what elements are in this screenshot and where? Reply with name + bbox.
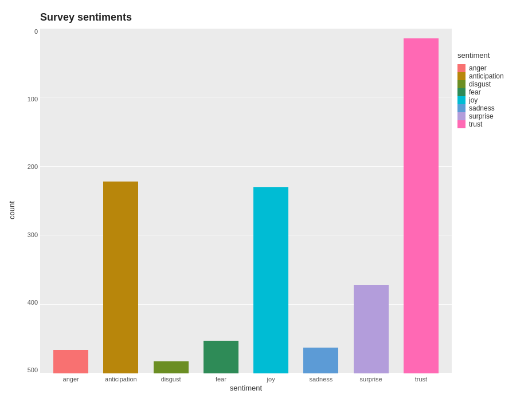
legend-color-disgust <box>457 80 466 88</box>
y-tick: 0 <box>19 28 40 35</box>
bar-sadness <box>303 348 338 373</box>
x-axis-title: sentiment <box>40 384 452 392</box>
legend-label-sadness: sadness <box>469 104 495 112</box>
bar-group <box>96 28 146 373</box>
legend-label-fear: fear <box>469 88 481 96</box>
x-label-trust: trust <box>396 373 446 383</box>
x-label-joy: joy <box>246 373 296 383</box>
bar-group <box>346 28 396 373</box>
bar-surprise <box>354 285 389 373</box>
legend-color-anger <box>457 64 466 72</box>
bar-anticipation <box>103 182 138 373</box>
legend-item-disgust: disgust <box>457 80 521 88</box>
legend-color-sadness <box>457 104 466 112</box>
legend-label-joy: joy <box>469 96 478 104</box>
bar-group <box>396 28 446 373</box>
legend-item-joy: joy <box>457 96 521 104</box>
x-label-anticipation: anticipation <box>96 373 146 383</box>
bar-group <box>146 28 196 373</box>
legend-title: sentiment <box>457 51 521 60</box>
legend-color-joy <box>457 96 466 104</box>
y-tick: 500 <box>19 367 40 373</box>
bar-group <box>246 28 296 373</box>
bar-disgust <box>154 361 189 373</box>
legend-item-fear: fear <box>457 88 521 96</box>
y-tick: 100 <box>19 96 40 103</box>
y-tick: 300 <box>19 231 40 238</box>
legend-item-anger: anger <box>457 64 521 72</box>
legend-item-sadness: sadness <box>457 104 521 112</box>
legend-label-anger: anger <box>469 64 487 72</box>
bar-joy <box>253 187 288 373</box>
bar-group <box>196 28 246 373</box>
x-label-anger: anger <box>46 373 96 383</box>
bar-anger <box>53 350 88 373</box>
legend-color-trust <box>457 120 466 128</box>
x-label-fear: fear <box>196 373 246 383</box>
y-tick: 200 <box>19 163 40 170</box>
legend-item-trust: trust <box>457 120 521 128</box>
legend-label-anticipation: anticipation <box>469 72 504 80</box>
bar-fear <box>204 341 238 373</box>
x-label-surprise: surprise <box>346 373 396 383</box>
y-tick: 400 <box>19 299 40 306</box>
legend-label-surprise: surprise <box>469 112 494 120</box>
legend-label-trust: trust <box>469 120 482 128</box>
legend-item-surprise: surprise <box>457 112 521 120</box>
chart-title: Survey sentiments <box>40 11 526 23</box>
legend-item-anticipation: anticipation <box>457 72 521 80</box>
legend-color-anticipation <box>457 72 466 80</box>
y-axis-ticks: 5004003002001000 <box>19 28 40 373</box>
y-axis-label: count <box>6 28 17 392</box>
plot-area <box>40 28 452 373</box>
bar-group <box>296 28 346 373</box>
legend-label-disgust: disgust <box>469 80 491 88</box>
legend: sentiment angeranticipationdisgustfearjo… <box>452 45 526 392</box>
x-label-sadness: sadness <box>296 373 346 383</box>
legend-color-surprise <box>457 112 466 120</box>
bar-trust <box>404 38 439 373</box>
legend-color-fear <box>457 88 466 96</box>
bar-group <box>46 28 96 373</box>
x-label-disgust: disgust <box>146 373 196 383</box>
chart-container: Survey sentiments count 5004003002001000… <box>0 0 532 398</box>
